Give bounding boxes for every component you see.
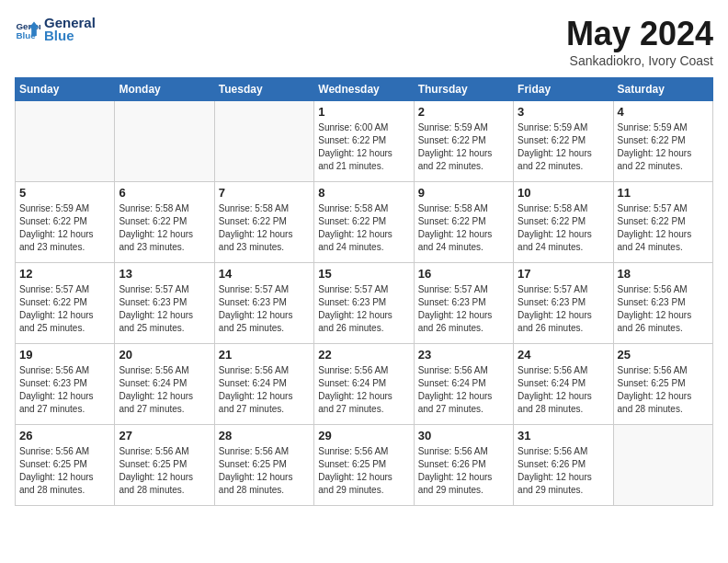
day-info: Sunrise: 5:56 AM Sunset: 6:25 PM Dayligh… bbox=[618, 364, 709, 416]
calendar-cell: 14Sunrise: 5:57 AM Sunset: 6:23 PM Dayli… bbox=[214, 263, 313, 344]
day-info: Sunrise: 5:56 AM Sunset: 6:26 PM Dayligh… bbox=[518, 445, 609, 497]
day-info: Sunrise: 5:57 AM Sunset: 6:23 PM Dayligh… bbox=[219, 283, 310, 335]
location-subtitle: Sankadiokro, Ivory Coast bbox=[566, 53, 713, 68]
calendar-cell: 20Sunrise: 5:56 AM Sunset: 6:24 PM Dayli… bbox=[115, 344, 214, 425]
day-number: 7 bbox=[219, 186, 310, 200]
day-number: 29 bbox=[318, 429, 409, 442]
day-number: 22 bbox=[318, 348, 409, 362]
day-number: 30 bbox=[418, 429, 509, 442]
calendar-cell: 19Sunrise: 5:56 AM Sunset: 6:23 PM Dayli… bbox=[16, 344, 115, 425]
calendar-cell: 9Sunrise: 5:58 AM Sunset: 6:22 PM Daylig… bbox=[414, 182, 513, 263]
calendar-cell bbox=[613, 425, 712, 506]
day-number: 4 bbox=[618, 105, 709, 119]
day-number: 27 bbox=[119, 429, 210, 442]
header: General Blue General Blue May 2024 Sanka… bbox=[15, 15, 713, 68]
calendar-cell: 5Sunrise: 5:59 AM Sunset: 6:22 PM Daylig… bbox=[16, 182, 115, 263]
calendar-cell: 21Sunrise: 5:56 AM Sunset: 6:24 PM Dayli… bbox=[214, 344, 313, 425]
day-number: 23 bbox=[418, 348, 509, 362]
day-header-thursday: Thursday bbox=[414, 78, 513, 101]
logo: General Blue General Blue bbox=[15, 15, 96, 43]
calendar-cell: 31Sunrise: 5:56 AM Sunset: 6:26 PM Dayli… bbox=[514, 425, 613, 506]
calendar-cell: 8Sunrise: 5:58 AM Sunset: 6:22 PM Daylig… bbox=[314, 182, 414, 263]
calendar-cell: 25Sunrise: 5:56 AM Sunset: 6:25 PM Dayli… bbox=[613, 344, 712, 425]
day-number: 11 bbox=[618, 186, 709, 200]
day-info: Sunrise: 5:58 AM Sunset: 6:22 PM Dayligh… bbox=[318, 202, 409, 254]
day-info: Sunrise: 5:58 AM Sunset: 6:22 PM Dayligh… bbox=[418, 202, 509, 254]
day-number: 31 bbox=[518, 429, 609, 442]
day-number: 26 bbox=[19, 429, 110, 442]
calendar-cell: 29Sunrise: 5:56 AM Sunset: 6:25 PM Dayli… bbox=[314, 425, 414, 506]
calendar-cell: 18Sunrise: 5:56 AM Sunset: 6:23 PM Dayli… bbox=[613, 263, 712, 344]
day-number: 12 bbox=[19, 267, 110, 281]
day-info: Sunrise: 5:58 AM Sunset: 6:22 PM Dayligh… bbox=[119, 202, 210, 254]
day-header-tuesday: Tuesday bbox=[214, 78, 313, 101]
day-info: Sunrise: 5:56 AM Sunset: 6:25 PM Dayligh… bbox=[19, 445, 110, 497]
calendar-cell: 16Sunrise: 5:57 AM Sunset: 6:23 PM Dayli… bbox=[414, 263, 513, 344]
day-number: 19 bbox=[19, 348, 110, 362]
calendar-cell: 1Sunrise: 6:00 AM Sunset: 6:22 PM Daylig… bbox=[314, 101, 414, 182]
calendar-cell: 26Sunrise: 5:56 AM Sunset: 6:25 PM Dayli… bbox=[16, 425, 115, 506]
day-number: 3 bbox=[518, 105, 609, 119]
calendar-cell: 22Sunrise: 5:56 AM Sunset: 6:24 PM Dayli… bbox=[314, 344, 414, 425]
calendar-cell: 7Sunrise: 5:58 AM Sunset: 6:22 PM Daylig… bbox=[214, 182, 313, 263]
day-number: 6 bbox=[119, 186, 210, 200]
day-info: Sunrise: 6:00 AM Sunset: 6:22 PM Dayligh… bbox=[318, 121, 409, 173]
day-number: 10 bbox=[518, 186, 609, 200]
day-info: Sunrise: 5:56 AM Sunset: 6:24 PM Dayligh… bbox=[418, 364, 509, 416]
day-number: 17 bbox=[518, 267, 609, 281]
calendar-table: SundayMondayTuesdayWednesdayThursdayFrid… bbox=[15, 77, 713, 506]
calendar-cell: 27Sunrise: 5:56 AM Sunset: 6:25 PM Dayli… bbox=[115, 425, 214, 506]
calendar-cell: 23Sunrise: 5:56 AM Sunset: 6:24 PM Dayli… bbox=[414, 344, 513, 425]
calendar-cell: 6Sunrise: 5:58 AM Sunset: 6:22 PM Daylig… bbox=[115, 182, 214, 263]
day-number: 14 bbox=[219, 267, 310, 281]
day-number: 21 bbox=[219, 348, 310, 362]
calendar-cell: 13Sunrise: 5:57 AM Sunset: 6:23 PM Dayli… bbox=[115, 263, 214, 344]
day-info: Sunrise: 5:56 AM Sunset: 6:25 PM Dayligh… bbox=[318, 445, 409, 497]
day-number: 20 bbox=[119, 348, 210, 362]
day-number: 2 bbox=[418, 105, 509, 119]
day-info: Sunrise: 5:56 AM Sunset: 6:23 PM Dayligh… bbox=[19, 364, 110, 416]
day-info: Sunrise: 5:59 AM Sunset: 6:22 PM Dayligh… bbox=[418, 121, 509, 173]
day-number: 8 bbox=[318, 186, 409, 200]
day-info: Sunrise: 5:59 AM Sunset: 6:22 PM Dayligh… bbox=[618, 121, 709, 173]
day-number: 18 bbox=[618, 267, 709, 281]
calendar-cell: 3Sunrise: 5:59 AM Sunset: 6:22 PM Daylig… bbox=[514, 101, 613, 182]
day-info: Sunrise: 5:56 AM Sunset: 6:25 PM Dayligh… bbox=[219, 445, 310, 497]
day-info: Sunrise: 5:57 AM Sunset: 6:23 PM Dayligh… bbox=[518, 283, 609, 335]
week-row-2: 5Sunrise: 5:59 AM Sunset: 6:22 PM Daylig… bbox=[16, 182, 713, 263]
month-title: May 2024 bbox=[566, 15, 713, 53]
calendar-cell: 11Sunrise: 5:57 AM Sunset: 6:22 PM Dayli… bbox=[613, 182, 712, 263]
day-header-sunday: Sunday bbox=[16, 78, 115, 101]
week-row-3: 12Sunrise: 5:57 AM Sunset: 6:22 PM Dayli… bbox=[16, 263, 713, 344]
logo-icon: General Blue bbox=[15, 17, 40, 42]
title-area: May 2024 Sankadiokro, Ivory Coast bbox=[566, 15, 713, 68]
day-header-wednesday: Wednesday bbox=[314, 78, 414, 101]
calendar-cell: 17Sunrise: 5:57 AM Sunset: 6:23 PM Dayli… bbox=[514, 263, 613, 344]
calendar-cell bbox=[16, 101, 115, 182]
calendar-cell: 2Sunrise: 5:59 AM Sunset: 6:22 PM Daylig… bbox=[414, 101, 513, 182]
day-info: Sunrise: 5:57 AM Sunset: 6:22 PM Dayligh… bbox=[19, 283, 110, 335]
day-info: Sunrise: 5:57 AM Sunset: 6:23 PM Dayligh… bbox=[318, 283, 409, 335]
day-number: 13 bbox=[119, 267, 210, 281]
logo-text: General Blue bbox=[44, 15, 96, 43]
week-row-1: 1Sunrise: 6:00 AM Sunset: 6:22 PM Daylig… bbox=[16, 101, 713, 182]
day-info: Sunrise: 5:58 AM Sunset: 6:22 PM Dayligh… bbox=[518, 202, 609, 254]
day-info: Sunrise: 5:56 AM Sunset: 6:25 PM Dayligh… bbox=[119, 445, 210, 497]
day-info: Sunrise: 5:57 AM Sunset: 6:22 PM Dayligh… bbox=[618, 202, 709, 254]
calendar-cell bbox=[214, 101, 313, 182]
calendar-cell: 15Sunrise: 5:57 AM Sunset: 6:23 PM Dayli… bbox=[314, 263, 414, 344]
week-row-5: 26Sunrise: 5:56 AM Sunset: 6:25 PM Dayli… bbox=[16, 425, 713, 506]
day-info: Sunrise: 5:56 AM Sunset: 6:26 PM Dayligh… bbox=[418, 445, 509, 497]
calendar-cell: 24Sunrise: 5:56 AM Sunset: 6:24 PM Dayli… bbox=[514, 344, 613, 425]
day-number: 24 bbox=[518, 348, 609, 362]
day-number: 15 bbox=[318, 267, 409, 281]
day-info: Sunrise: 5:59 AM Sunset: 6:22 PM Dayligh… bbox=[19, 202, 110, 254]
day-number: 5 bbox=[19, 186, 110, 200]
calendar-cell: 10Sunrise: 5:58 AM Sunset: 6:22 PM Dayli… bbox=[514, 182, 613, 263]
day-number: 28 bbox=[219, 429, 310, 442]
day-info: Sunrise: 5:56 AM Sunset: 6:24 PM Dayligh… bbox=[119, 364, 210, 416]
day-header-friday: Friday bbox=[514, 78, 613, 101]
day-info: Sunrise: 5:56 AM Sunset: 6:24 PM Dayligh… bbox=[318, 364, 409, 416]
week-row-4: 19Sunrise: 5:56 AM Sunset: 6:23 PM Dayli… bbox=[16, 344, 713, 425]
day-number: 25 bbox=[618, 348, 709, 362]
